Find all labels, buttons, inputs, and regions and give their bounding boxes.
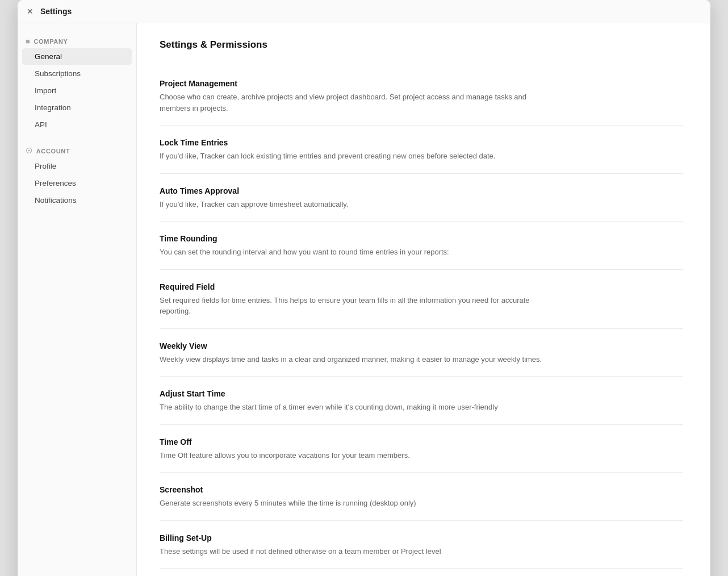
section-time-off: Time Off Time Off feature allows you to …	[160, 425, 683, 473]
sidebar-item-profile[interactable]: Profile	[22, 158, 132, 174]
section-required-field: Required Field Set required fields for t…	[160, 270, 683, 329]
section-workspace-ownership: Workspace Ownership Choose who controls …	[160, 569, 683, 576]
section-header-time-rounding: Time Rounding	[160, 234, 683, 243]
sidebar-item-notifications[interactable]: Notifications	[22, 192, 132, 208]
section-header-billing-setup: Billing Set-Up	[160, 533, 683, 542]
section-header-required-field: Required Field	[160, 282, 683, 291]
main-layout: ■ COMPANY General Subscriptions Import I…	[18, 23, 710, 576]
section-desc-weekly-view: Weekly view displays time and tasks in a…	[160, 354, 546, 365]
section-screenshot: Screenshot Generate screenshots every 5 …	[160, 473, 683, 521]
section-header-project-management: Project Management	[160, 79, 683, 88]
company-section-label: ■ COMPANY	[18, 32, 136, 48]
section-desc-auto-times-approval: If you'd like, Tracker can approve times…	[160, 199, 546, 210]
close-icon: ✕	[27, 7, 34, 16]
section-header-time-off: Time Off	[160, 437, 683, 446]
company-icon: ■	[26, 37, 31, 45]
section-adjust-start-time: Adjust Start Time The ability to change …	[160, 377, 683, 425]
content-area: Settings & Permissions Project Managemen…	[137, 23, 710, 576]
close-button[interactable]: ✕ Settings	[27, 7, 72, 16]
sidebar-item-subscriptions[interactable]: Subscriptions	[22, 65, 132, 82]
sidebar-item-general[interactable]: General	[22, 48, 132, 65]
section-desc-time-off: Time Off feature allows you to incorpora…	[160, 450, 546, 461]
section-auto-times-approval: Auto Times Approval If you'd like, Track…	[160, 174, 683, 222]
section-lock-time-entries: Lock Time Entries If you'd like, Tracker…	[160, 126, 683, 174]
section-header-auto-times-approval: Auto Times Approval	[160, 186, 683, 195]
title-bar: ✕ Settings	[18, 0, 710, 23]
section-header-weekly-view: Weekly View	[160, 341, 683, 350]
section-header-screenshot: Screenshot	[160, 485, 683, 494]
sidebar-item-preferences[interactable]: Preferences	[22, 175, 132, 191]
account-icon: ☉	[26, 147, 33, 155]
account-section-label: ☉ ACCOUNT	[18, 142, 136, 157]
sidebar: ■ COMPANY General Subscriptions Import I…	[18, 23, 137, 576]
sidebar-item-api[interactable]: API	[22, 116, 132, 133]
section-header-lock-time-entries: Lock Time Entries	[160, 138, 683, 147]
sidebar-item-import[interactable]: Import	[22, 82, 132, 99]
section-desc-time-rounding: You can set the rounding interval and ho…	[160, 247, 546, 258]
section-desc-lock-time-entries: If you'd like, Tracker can lock existing…	[160, 151, 546, 162]
sidebar-item-integration[interactable]: Integration	[22, 99, 132, 116]
section-desc-required-field: Set required fields for time entries. Th…	[160, 295, 546, 317]
section-header-adjust-start-time: Adjust Start Time	[160, 389, 683, 398]
section-desc-billing-setup: These settings will be used if not defin…	[160, 546, 546, 557]
section-weekly-view: Weekly View Weekly view displays time an…	[160, 329, 683, 377]
section-desc-project-management: Choose who can create, archive projects …	[160, 91, 546, 114]
section-desc-adjust-start-time: The ability to change the start time of …	[160, 402, 546, 413]
section-billing-setup: Billing Set-Up These settings will be us…	[160, 521, 683, 569]
section-project-management: Project Management Choose who can create…	[160, 66, 683, 126]
page-title: Settings & Permissions	[160, 39, 683, 51]
window-title: Settings	[40, 7, 72, 16]
section-time-rounding: Time Rounding You can set the rounding i…	[160, 222, 683, 270]
section-desc-screenshot: Generate screenshots every 5 minutes whi…	[160, 498, 546, 509]
settings-window: ✕ Settings ■ COMPANY General Subscriptio…	[18, 0, 710, 576]
